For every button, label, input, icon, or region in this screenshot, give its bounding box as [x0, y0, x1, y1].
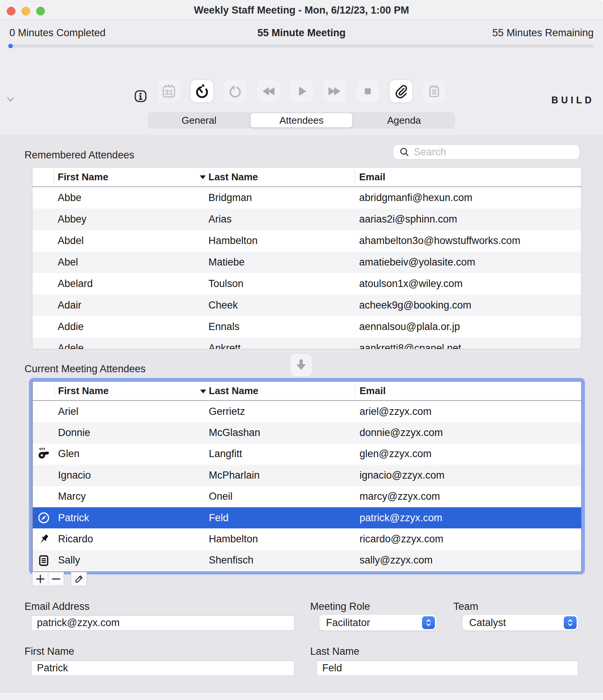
- table-row[interactable]: ArielGerrietzariel@zzyx.com: [33, 401, 581, 422]
- cell-last-name: Cheek: [204, 299, 355, 311]
- first-name-input[interactable]: Patrick: [31, 660, 294, 676]
- cell-email: sally@zzyx.com: [355, 554, 581, 566]
- pushpin-icon: [37, 533, 51, 546]
- cell-first-name: Abbey: [54, 213, 204, 225]
- timer-icon: [194, 84, 210, 99]
- table-row[interactable]: AbelardToulsonatoulson1x@wiley.com: [32, 273, 581, 295]
- pencil-icon: [74, 574, 84, 584]
- table-row[interactable]: AdeleAnkrettaankretti8@cpanel.net: [32, 338, 581, 349]
- progress-indicator: [8, 44, 13, 48]
- window: Weekly Staff Meeting - Mon, 6/12/23, 1:0…: [0, 0, 603, 700]
- email-address-input[interactable]: patrick@zzyx.com: [31, 615, 294, 631]
- stepper-icon: [564, 616, 577, 629]
- stop-button[interactable]: [357, 80, 379, 103]
- table-row[interactable]: AbelMatiebeamatiebeiv@yolasite.com: [32, 252, 581, 273]
- cell-email: donnie@zzyx.com: [355, 427, 581, 439]
- remembered-attendees-table[interactable]: First Name Last Name Email AbbeBridgmana…: [32, 167, 582, 349]
- attachment-button[interactable]: [390, 80, 412, 103]
- column-header-email[interactable]: Email: [355, 385, 581, 397]
- reset-button[interactable]: [224, 80, 246, 103]
- table-row[interactable]: IgnacioMcPharlainignacio@zzyx.com: [33, 465, 581, 486]
- table-row[interactable]: AbdelHambeltonahambelton3o@howstuffworks…: [32, 230, 581, 252]
- minutes-remaining-label: 55 Minutes Remaining: [492, 27, 594, 39]
- move-down-button[interactable]: [290, 354, 312, 376]
- last-name-input[interactable]: Feld: [317, 660, 578, 676]
- cell-last-name: Hambelton: [204, 235, 355, 247]
- cell-first-name: Ariel: [54, 406, 204, 418]
- window-bottom-edge: [0, 692, 603, 700]
- cell-last-name: Feld: [204, 512, 355, 524]
- table-row[interactable]: SallyShenfischsally@zzyx.com: [33, 550, 581, 571]
- notepad-icon: [427, 84, 441, 98]
- table-row[interactable]: RicardoHambeltonricardo@zzyx.com: [33, 528, 581, 550]
- table-row[interactable]: AbbeBridgmanabridgmanfi@hexun.com: [32, 187, 581, 209]
- table-row[interactable]: MarcyOneilmarcy@zzyx.com: [33, 486, 581, 507]
- table-header: First Name Last Name Email: [32, 167, 581, 187]
- cell-first-name: Ricardo: [54, 533, 204, 545]
- rewind-button[interactable]: [257, 80, 280, 103]
- cell-email: ricardo@zzyx.com: [355, 533, 581, 545]
- add-attendee-button[interactable]: [32, 572, 48, 586]
- cell-email: atoulson1x@wiley.com: [355, 278, 581, 290]
- cell-last-name: McPharlain: [204, 470, 355, 481]
- cell-first-name: Sally: [54, 554, 204, 566]
- cell-first-name: Glen: [54, 448, 204, 460]
- remembered-attendees-label: Remembered Attendees: [24, 149, 134, 161]
- note-icon-cell: [33, 554, 54, 567]
- fast-forward-button[interactable]: [323, 80, 346, 103]
- current-attendees-table[interactable]: First Name Last Name Email ArielGerrietz…: [32, 381, 582, 572]
- chevron-down-icon[interactable]: [6, 96, 15, 103]
- sort-indicator: [200, 390, 206, 393]
- column-header-last-name[interactable]: Last Name: [204, 385, 355, 397]
- tab-attendees[interactable]: Attendees: [251, 113, 352, 127]
- paperclip-icon: [394, 84, 408, 98]
- tab-general[interactable]: General: [148, 112, 250, 128]
- edit-attendee-button[interactable]: [71, 572, 87, 586]
- table-row[interactable]: PatrickFeldpatrick@zzyx.com: [33, 507, 581, 528]
- cell-email: ahambelton3o@howstuffworks.com: [355, 235, 581, 247]
- fast-forward-icon: [328, 84, 342, 98]
- cell-email: aarias2i@sphinn.com: [355, 213, 581, 225]
- search-placeholder: Search: [414, 146, 446, 158]
- cell-email: amatiebeiv@yolasite.com: [355, 256, 581, 268]
- whistle-icon-cell: [33, 447, 54, 461]
- table-row[interactable]: GlenLangfittglen@zzyx.com: [33, 444, 581, 465]
- meeting-role-value: Facilitator: [326, 617, 370, 628]
- compass-icon-cell: [33, 511, 54, 525]
- cell-first-name: Ignacio: [54, 470, 204, 481]
- current-attendees-label: Current Meeting Attendees: [24, 363, 145, 375]
- cell-last-name: Gerrietz: [204, 406, 355, 418]
- cell-first-name: Addie: [54, 321, 204, 333]
- search-field[interactable]: Search: [393, 144, 580, 160]
- column-header-first-name[interactable]: First Name: [54, 385, 204, 397]
- remove-attendee-button[interactable]: [48, 572, 64, 586]
- table-row[interactable]: AbbeyAriasaarias2i@sphinn.com: [32, 209, 581, 230]
- cell-email: aankretti8@cpanel.net: [355, 342, 581, 349]
- table-row[interactable]: AdairCheekacheek9g@booking.com: [32, 295, 581, 316]
- cell-last-name: McGlashan: [204, 427, 355, 439]
- cell-first-name: Abel: [54, 256, 204, 268]
- team-select[interactable]: Catalyst: [462, 615, 578, 631]
- column-header-last-name[interactable]: Last Name: [204, 171, 355, 183]
- column-header-email[interactable]: Email: [355, 171, 581, 183]
- column-header-first-name[interactable]: First Name: [54, 171, 204, 183]
- cell-last-name: Bridgman: [204, 192, 355, 204]
- timer-button[interactable]: [191, 80, 213, 103]
- cell-first-name: Adair: [54, 299, 204, 311]
- arrow-down-icon: [294, 358, 309, 373]
- table-row[interactable]: AddieEnnalsaennalsou@plala.or.jp: [32, 316, 581, 338]
- calendar-button[interactable]: 31: [158, 80, 180, 103]
- tab-agenda[interactable]: Agenda: [353, 112, 455, 128]
- cell-first-name: Adele: [54, 342, 204, 349]
- play-button[interactable]: [290, 80, 313, 103]
- meeting-progress-bar: [9, 45, 594, 48]
- table-row[interactable]: DonnieMcGlashandonnie@zzyx.com: [33, 422, 581, 443]
- stop-icon: [361, 84, 375, 98]
- play-icon: [294, 84, 309, 98]
- meeting-role-select[interactable]: Facilitator: [319, 615, 436, 631]
- cell-last-name: Ankrett: [204, 342, 355, 349]
- reset-icon: [228, 84, 242, 98]
- info-icon[interactable]: [134, 89, 147, 103]
- notes-button[interactable]: [423, 80, 445, 103]
- cell-email: acheek9g@booking.com: [355, 299, 581, 311]
